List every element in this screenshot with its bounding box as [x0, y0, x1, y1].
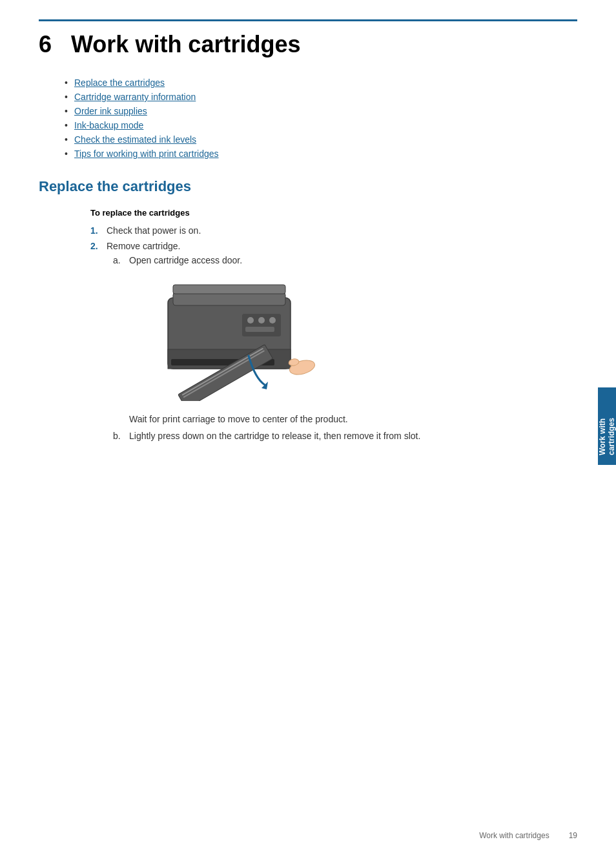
toc-link-2[interactable]: Cartridge warranty information — [74, 92, 196, 102]
wait-text: Wait for print carriage to move to cente… — [129, 414, 577, 424]
svg-rect-2 — [173, 285, 285, 294]
toc-list: Replace the cartridges Cartridge warrant… — [65, 77, 577, 159]
sidebar-tab-label: Work with cartridges — [598, 397, 616, 455]
sub-step-b: b. Lightly press down on the cartridge t… — [113, 431, 577, 441]
footer-page: 19 — [569, 831, 577, 840]
sub-step-b-text: Lightly press down on the cartridge to r… — [129, 431, 420, 441]
sub-step-a: a. Open cartridge access door. — [113, 255, 577, 424]
step-1-text: Check that power is on. — [107, 225, 201, 236]
replace-section: Replace the cartridges To replace the ca… — [39, 178, 577, 441]
step-2: 2. Remove cartridge. a. Open cartridge a… — [90, 241, 577, 441]
chapter-title: Work with cartridges — [71, 31, 300, 57]
svg-rect-9 — [245, 327, 274, 332]
footer-left: Work with cartridges — [479, 831, 549, 840]
toc-link-1[interactable]: Replace the cartridges — [74, 77, 165, 88]
step-2-text: Remove cartridge. — [107, 241, 180, 251]
subsection-label: To replace the cartridges — [90, 208, 577, 218]
svg-point-8 — [269, 317, 276, 324]
chapter-number: 6 — [39, 31, 52, 57]
sidebar-tab: Work with cartridges — [598, 387, 616, 465]
toc-item-6: Tips for working with print cartridges — [65, 149, 577, 159]
sub-steps: a. Open cartridge access door. — [113, 255, 577, 441]
toc-item-2: Cartridge warranty information — [65, 92, 577, 102]
hand — [288, 358, 316, 377]
toc-item-3: Order ink supplies — [65, 106, 577, 116]
main-content: 6Work with cartridges Replace the cartri… — [0, 0, 616, 853]
toc-item-4: Ink-backup mode — [65, 120, 577, 130]
footer-text: Work with cartridges 19 — [479, 831, 577, 840]
svg-rect-1 — [173, 293, 285, 305]
toc-link-4[interactable]: Ink-backup mode — [74, 120, 143, 130]
step-1: 1. Check that power is on. — [90, 225, 577, 236]
svg-point-7 — [258, 317, 265, 324]
toc-item-5: Check the estimated ink levels — [65, 134, 577, 145]
page-container: 6Work with cartridges Replace the cartri… — [0, 0, 616, 853]
sub-step-a-text: Open cartridge access door. — [129, 255, 242, 265]
step-number-1: 1. — [90, 225, 98, 236]
printer-body — [168, 285, 316, 401]
toc-link-6[interactable]: Tips for working with print cartridges — [74, 149, 219, 159]
printer-svg — [149, 278, 316, 401]
sub-step-b-letter: b. — [113, 431, 121, 441]
sub-step-a-letter: a. — [113, 255, 121, 265]
section-title-replace: Replace the cartridges — [39, 178, 577, 195]
svg-point-6 — [247, 317, 254, 324]
footer: Work with cartridges 19 — [0, 831, 616, 840]
toc-link-3[interactable]: Order ink supplies — [74, 106, 147, 116]
toc-item-1: Replace the cartridges — [65, 77, 577, 88]
chapter-header: 6Work with cartridges — [39, 19, 577, 58]
step-number-2: 2. — [90, 241, 98, 251]
printer-illustration — [149, 278, 316, 401]
toc-link-5[interactable]: Check the estimated ink levels — [74, 134, 196, 145]
steps-list: 1. Check that power is on. 2. Remove car… — [90, 225, 577, 441]
